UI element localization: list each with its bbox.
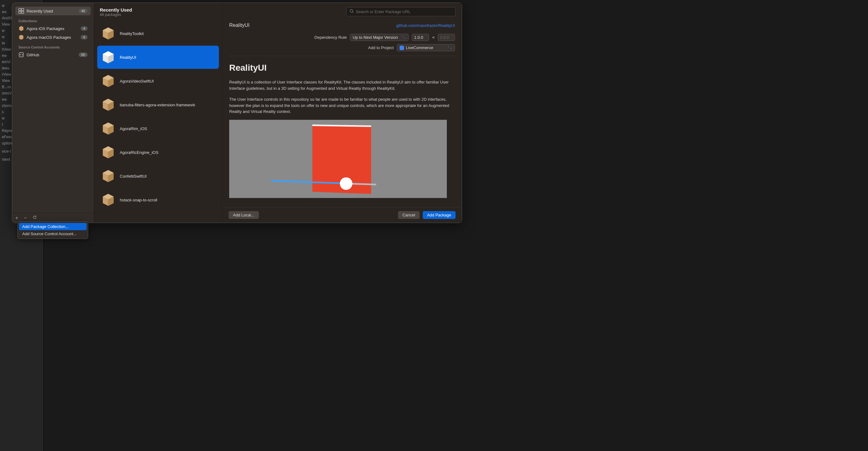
collections-sidebar: Recently Used 48 Collections Agora iOS P… [12,3,94,223]
detail-panel: RealityUI github.com/maxxfrazer/RealityU… [222,3,462,223]
add-context-menu: Add Package Collection... Add Source Con… [18,221,88,239]
count-badge: 4 [81,26,88,31]
package-icon [101,145,115,159]
svg-rect-3 [22,11,24,13]
collections-header: Collections [15,15,91,24]
package-item[interactable]: banuba-filters-agora-extension-framework [97,93,219,116]
readme-paragraph: The User Interface controls in this repo… [229,96,455,115]
add-local-button[interactable]: Add Local... [228,211,259,219]
sidebar-collection-agora-ios[interactable]: Agora iOS Packages 4 [15,24,91,33]
cancel-button[interactable]: Cancel [398,211,419,219]
chevron-updown-icon: ⌃⌄ [401,36,406,39]
sidebar-recently-used[interactable]: Recently Used 48 [15,6,91,15]
package-icon [101,169,115,183]
readme-section: RealityUI RealityUI is a collection of U… [229,56,455,198]
count-badge: 48 [79,9,88,13]
package-name: banuba-filters-agora-extension-framework [120,102,195,107]
svg-rect-0 [19,8,21,11]
package-icon [101,121,115,136]
list-subtitle: 48 packages [100,12,216,17]
readme-paragraph: RealityUI is a collection of User Interf… [229,79,455,91]
chevron-updown-icon: ⌃⌄ [447,46,452,50]
package-icon [101,193,115,207]
dependency-rule-label: Dependency Rule [315,35,347,40]
svg-rect-1 [22,8,24,11]
package-name: hstack-snap-to-scroll [120,198,157,202]
svg-point-42 [340,177,352,190]
package-icon [101,50,115,64]
package-item[interactable]: AgoraRtm_iOS [97,117,219,140]
menu-add-package-collection[interactable]: Add Package Collection... [19,223,87,230]
remove-button[interactable]: − [24,215,27,221]
add-to-project-select[interactable]: LiveCommerce ⌃⌄ [397,44,455,51]
package-item[interactable]: AgoraRtcEngine_iOS [97,141,219,164]
repository-link[interactable]: github.com/maxxfrazer/RealityUI [396,23,455,28]
readme-title: RealityUI [229,63,455,73]
version-from-input[interactable] [412,34,429,41]
sidebar-item-label: Recently Used [27,9,79,13]
refresh-button[interactable] [33,215,37,221]
add-button[interactable]: + [15,215,18,221]
package-item[interactable]: hstack-snap-to-scroll [97,188,219,211]
package-item[interactable]: RealityToolkit [97,22,219,45]
dialog-footer: Add Local... Cancel Add Package [222,207,462,223]
dependency-rule-select[interactable]: Up to Next Major Version ⌃⌄ [350,34,409,41]
add-to-project-label: Add to Project [368,46,394,50]
package-item[interactable]: RealityUI [97,46,219,69]
package-icon [101,74,115,88]
count-badge: 80 [79,53,88,57]
package-name: AgoraVideoSwiftUI [120,79,154,84]
package-name: ConfettiSwiftUI [120,174,147,179]
package-icon [101,97,115,112]
list-title: Recently Used [100,7,216,12]
sidebar-collection-agora-macos[interactable]: Agora macOS Packages 4 [15,33,91,41]
package-icon [101,26,115,41]
svg-rect-2 [19,11,21,13]
add-package-button[interactable]: Add Package [423,211,456,219]
package-name: RealityToolkit [120,31,144,36]
github-icon [19,52,24,58]
package-name: RealityUI [120,55,136,60]
package-item[interactable]: AgoraVideoSwiftUI [97,69,219,93]
search-icon [349,9,354,14]
add-package-dialog: Recently Used 48 Collections Agora iOS P… [12,2,462,223]
version-to-input [438,34,455,41]
search-input[interactable] [356,9,452,14]
package-item[interactable]: ConfettiSwiftUI [97,164,219,188]
package-name: AgoraRtm_iOS [120,126,147,131]
package-collection-icon [19,26,24,31]
menu-add-source-control-account[interactable]: Add Source Control Account... [19,230,87,237]
clock-icon [19,8,24,14]
package-list[interactable]: RealityToolkitRealityUIAgoraVideoSwiftUI… [94,21,222,223]
sidebar-item-label: GitHub [27,53,79,57]
source-control-header: Source Control Accounts [15,41,91,50]
sidebar-item-label: Agora macOS Packages [27,35,81,40]
package-collection-icon [19,34,24,40]
search-box[interactable] [346,7,456,16]
svg-point-36 [350,10,353,12]
version-separator: < [432,35,435,40]
readme-preview-image [229,120,447,198]
sidebar-item-label: Agora iOS Packages [27,26,81,31]
sidebar-account-github[interactable]: GitHub 80 [15,50,91,59]
package-title: RealityUI [229,23,250,28]
package-name: AgoraRtcEngine_iOS [120,150,158,155]
project-icon [400,46,404,50]
package-list-panel: Recently Used 48 packages RealityToolkit… [94,3,222,223]
count-badge: 4 [81,35,88,39]
